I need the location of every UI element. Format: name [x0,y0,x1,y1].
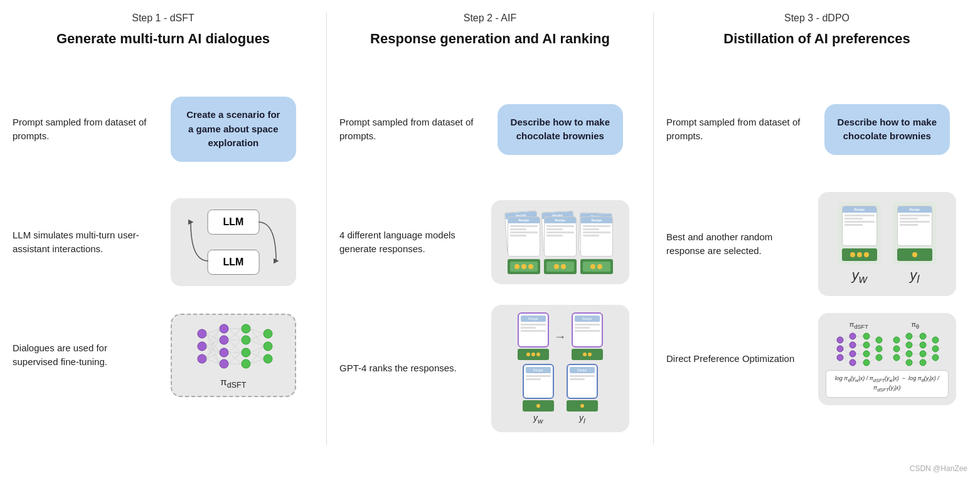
svg-point-2 [198,354,206,363]
ranking-top-row: Recipe [518,312,603,360]
svg-line-102 [926,354,932,358]
row-2-dsft: LLM simulates multi-turn user-assistant … [13,192,314,292]
svg-point-54 [863,359,870,366]
svg-point-9 [242,348,250,357]
neural-container-dsft: πdSFT [171,314,296,397]
svg-line-101 [926,349,932,354]
row3-text-aif: GPT-4 ranks the responses. [339,361,480,376]
svg-line-63 [843,358,850,363]
ranking-card-a: Recipe [518,312,549,348]
svg-point-44 [837,337,843,343]
svg-point-1 [198,342,206,351]
ranking-card-w1: Recipe [518,312,549,360]
svg-point-5 [220,348,228,357]
svg-point-13 [264,354,272,363]
recipe-card-2: Recipe [544,216,577,257]
svg-point-8 [242,336,250,344]
svg-line-41 [250,353,264,359]
svg-line-60 [843,345,850,349]
svg-point-52 [863,342,870,348]
svg-line-73 [870,358,876,363]
ddpo-neural-container: πdSFT [818,313,956,405]
ranking-container-aif: Recipe [491,305,629,432]
row2-text-dsft: LLM simulates multi-turn user-assistant … [13,228,153,257]
llm-arrows-svg [171,198,296,286]
step-label-1: Step 1 - dSFT [13,13,314,24]
prompt-bubble-ddpo: Describe how to make chocolate brownies [824,104,950,155]
svg-point-74 [893,337,900,343]
neural-net-svg-dsft [189,321,277,371]
footer-text: CSDN @HanZee [910,464,967,473]
row1-text-dsft: Prompt sampled from dataset of prompts. [13,115,153,144]
ddpo-yw-recipe: Recipe [842,206,877,246]
yw-card: Recipe [523,364,554,399]
svg-point-12 [264,342,272,351]
ranking-card-w2: Recipe [572,312,603,360]
svg-point-80 [906,359,912,366]
svg-point-0 [198,329,206,338]
row1-text-ddpo: Prompt sampled from dataset of prompts. [666,115,807,144]
row1-visual-dsft: Create a scenario for a game about space… [153,97,314,162]
svg-line-39 [250,340,264,346]
recipe-card-1: Recipe [508,216,540,257]
svg-line-89 [900,340,906,345]
svg-line-98 [926,336,932,340]
svg-point-3 [220,324,228,333]
recipe-card-3: Recipe [580,216,613,257]
pi-theta-svg [890,331,940,366]
svg-point-51 [863,333,870,339]
row2-visual-aif: Recipe Recipe [480,200,641,284]
svg-line-61 [843,349,850,354]
svg-line-99 [926,340,932,345]
ddpo-formula: log πθ(yw|x) / πdSFT(yw|x) − log πθ(yl|x… [826,370,949,398]
ddpo-top: πdSFT [834,321,940,366]
svg-point-57 [876,354,882,361]
svg-point-48 [850,342,856,348]
recipe-book-2 [544,259,577,274]
ddpo-yl-card: Recipe yl [893,202,936,286]
yl-card: Recipe [567,364,598,399]
svg-point-84 [920,359,926,366]
row3-text-ddpo: Direct Preference Optimization [666,352,807,366]
yl-label: yl [579,413,585,425]
svg-point-81 [920,333,926,339]
pi-dsft-svg [834,331,884,366]
ddpo-yw-card: Recipe [838,202,881,286]
pi-dsft-label: πdSFT [850,321,868,330]
ddpo-yl-label: yl [910,267,919,286]
svg-point-82 [920,342,926,348]
column-dsft: Step 1 - dSFT Generate multi-turn AI dia… [0,13,327,445]
section-title-2: Response generation and AI ranking [339,30,641,68]
row2-text-ddpo: Best and another random response are sel… [666,230,807,258]
svg-point-85 [932,337,939,343]
row-1-aif: Prompt sampled from dataset of prompts. … [339,79,641,179]
svg-line-103 [926,358,932,363]
svg-line-38 [250,334,264,340]
svg-point-76 [893,354,900,361]
svg-point-56 [876,346,882,352]
pi-theta-box: πθ [890,321,940,366]
svg-point-83 [920,351,926,357]
neural-label-dsft: πdSFT [220,376,246,390]
row1-visual-aif: Describe how to make chocolate brownies [480,104,641,155]
row2-visual-ddpo: Recipe [807,192,967,296]
ddpo-yw-yl-container: Recipe [818,192,956,296]
svg-point-78 [906,342,912,348]
row3-visual-dsft: πdSFT [153,314,314,397]
row-1-ddpo: Prompt sampled from dataset of prompts. … [666,79,967,179]
svg-line-91 [900,349,906,354]
svg-point-79 [906,351,912,357]
svg-point-77 [906,333,912,339]
svg-point-46 [837,354,843,361]
yw-label: yw [533,413,543,425]
svg-point-75 [893,346,900,352]
column-ddpo: Step 3 - dDPO Distillation of AI prefere… [654,13,980,445]
recipe-book-1 [508,259,540,274]
ranking-arrow-1: → [554,329,567,344]
ddpo-yw-label: yw [852,267,867,286]
svg-line-93 [900,358,906,363]
pi-dsft-box: πdSFT [834,321,884,366]
svg-point-87 [932,354,939,361]
svg-line-59 [843,340,850,345]
row-3-ddpo: Direct Preference Optimization πdSFT [666,309,967,409]
